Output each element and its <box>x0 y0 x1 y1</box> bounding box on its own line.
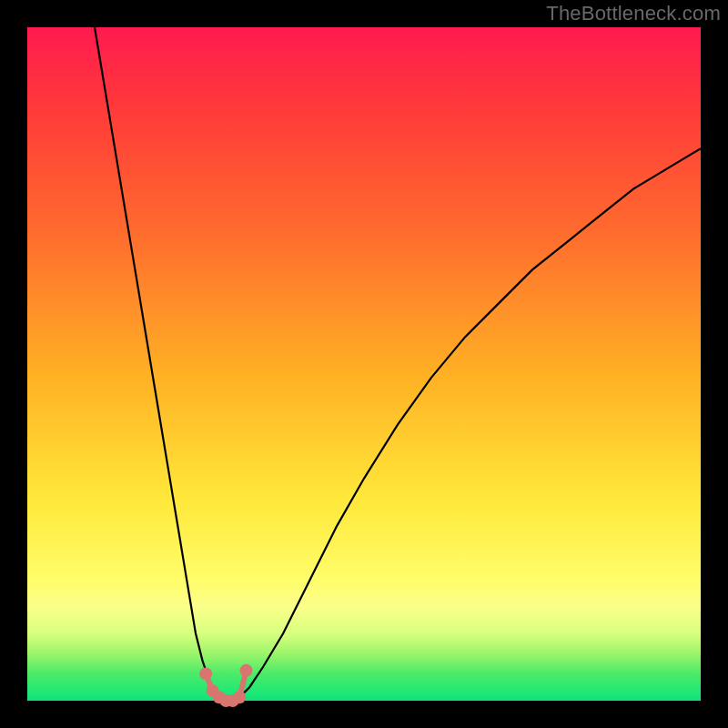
highlight-dot <box>199 667 212 680</box>
bottleneck-curve <box>95 27 701 701</box>
highlight-dot <box>233 691 246 703</box>
chart-svg <box>27 27 701 701</box>
watermark-text: TheBottleneck.com <box>546 2 721 25</box>
chart-frame: TheBottleneck.com <box>0 0 728 728</box>
plot-area <box>27 27 701 701</box>
highlight-dot <box>240 664 253 677</box>
